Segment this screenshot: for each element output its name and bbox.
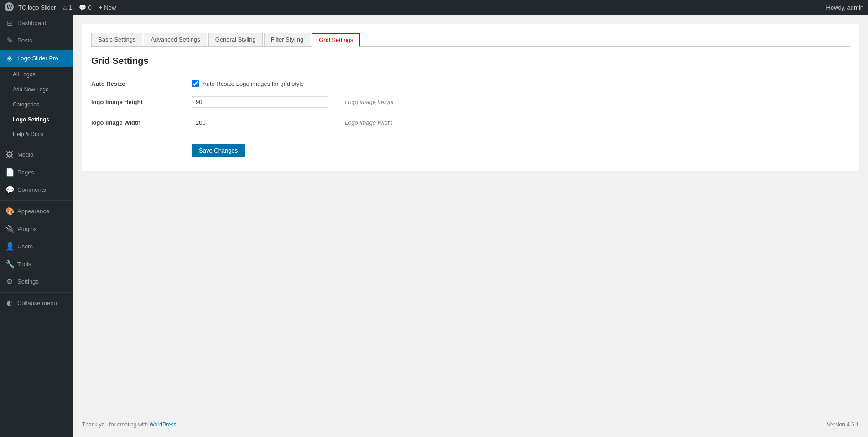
sidebar-item-dashboard[interactable]: ⊞ Dashboard xyxy=(0,15,73,32)
tab-advanced-settings[interactable]: Advanced Settings xyxy=(144,33,207,46)
menu-divider-2 xyxy=(0,200,73,201)
sidebar-label-posts: Posts xyxy=(17,37,32,45)
sidebar-item-categories[interactable]: Categories xyxy=(0,97,73,112)
admin-bar: W TC logo Slider ⌂ 1 💬 0 + New Howdy, ad… xyxy=(0,0,868,15)
logo-image-width-hint: Logo image Width xyxy=(338,112,850,133)
sidebar: ⊞ Dashboard ✎ Posts ◈ Logo Slider Pro Al… xyxy=(0,15,73,437)
sidebar-item-plugins[interactable]: 🔌 Plugins xyxy=(0,221,73,238)
tab-basic-settings[interactable]: Basic Settings xyxy=(91,33,142,46)
sidebar-item-users[interactable]: 👤 Users xyxy=(0,238,73,255)
sidebar-label-logo-settings: Logo Settings xyxy=(13,116,49,124)
sidebar-label-pages: Pages xyxy=(17,168,34,177)
media-icon: 🖼 xyxy=(5,150,14,160)
sidebar-label-add-new-logo: Add New Logo xyxy=(13,86,49,94)
sidebar-item-posts[interactable]: ✎ Posts xyxy=(0,32,73,49)
footer-text: Thank you for creating with xyxy=(82,421,148,428)
sidebar-item-tools[interactable]: 🔧 Tools xyxy=(0,256,73,273)
sidebar-item-add-new-logo[interactable]: Add New Logo xyxy=(0,82,73,97)
sidebar-item-help-docs[interactable]: Help & Docs xyxy=(0,127,73,142)
sidebar-item-all-logos[interactable]: All Logos xyxy=(0,67,73,82)
sidebar-item-appearance[interactable]: 🎨 Appearance xyxy=(0,203,73,220)
sidebar-label-categories: Categories xyxy=(13,101,39,109)
logo-image-width-input[interactable] xyxy=(192,117,328,128)
auto-resize-row: Auto Resize Auto Resize Logo images for … xyxy=(91,75,850,92)
collapse-icon: ◐ xyxy=(5,298,14,308)
logo-image-width-label: logo Image Width xyxy=(91,112,192,133)
save-row: Save Changes xyxy=(91,133,850,162)
sidebar-item-comments[interactable]: 💬 Comments xyxy=(0,181,73,199)
main-content: Basic Settings Advanced Settings General… xyxy=(82,24,859,171)
tab-grid-settings[interactable]: Grid Settings xyxy=(312,33,360,47)
sidebar-label-collapse: Collapse menu xyxy=(17,299,57,307)
menu-divider-1 xyxy=(0,144,73,144)
appearance-icon: 🎨 xyxy=(5,206,14,216)
logo-image-height-input-cell xyxy=(192,92,338,112)
logo-image-height-row: logo Image Height Logo image height xyxy=(91,92,850,112)
auto-resize-checkbox-row: Auto Resize Logo images for grid style xyxy=(192,80,338,87)
menu-divider-3 xyxy=(0,292,73,293)
comments-sidebar-icon: 💬 xyxy=(5,185,14,195)
page-footer: Thank you for creating with WordPress Ve… xyxy=(73,412,868,437)
tools-icon: 🔧 xyxy=(5,259,14,269)
sidebar-label-comments: Comments xyxy=(17,186,46,194)
svg-text:W: W xyxy=(7,4,12,11)
sidebar-label-settings: Settings xyxy=(17,278,39,286)
auto-resize-checkbox[interactable] xyxy=(192,80,199,87)
logo-image-height-hint: Logo image height xyxy=(338,92,850,112)
logo-slider-icon: ◈ xyxy=(5,53,14,63)
dashboard-icon: ⊞ xyxy=(5,18,14,28)
comments-item[interactable]: 💬 0 xyxy=(79,4,91,11)
sidebar-item-settings[interactable]: ⚙ Settings xyxy=(0,273,73,290)
save-cell: Save Changes xyxy=(192,133,338,162)
sidebar-label-all-logos: All Logos xyxy=(13,71,35,79)
logo-image-height-input[interactable] xyxy=(192,96,328,108)
auto-resize-label: Auto Resize xyxy=(91,75,192,92)
sidebar-label-logo-slider-pro: Logo Slider Pro xyxy=(17,54,58,63)
admin-bar-items: TC logo Slider ⌂ 1 💬 0 + New xyxy=(18,4,826,11)
settings-form: Auto Resize Auto Resize Logo images for … xyxy=(91,75,850,162)
content-spacer xyxy=(73,171,868,412)
footer-version: Version 4.6.1 xyxy=(827,421,859,428)
users-icon: 👤 xyxy=(5,242,14,252)
tab-general-styling[interactable]: General Styling xyxy=(208,33,263,46)
sidebar-label-tools: Tools xyxy=(17,260,31,269)
sidebar-item-collapse[interactable]: ◐ Collapse menu xyxy=(0,295,73,312)
posts-icon: ✎ xyxy=(5,36,14,46)
content-area: Basic Settings Advanced Settings General… xyxy=(73,15,868,437)
logo-image-height-label: logo Image Height xyxy=(91,92,192,112)
sidebar-label-users: Users xyxy=(17,242,33,251)
tab-filter-styling[interactable]: Filter Styling xyxy=(264,33,311,46)
save-button[interactable]: Save Changes xyxy=(192,144,245,157)
footer-wp-link[interactable]: WordPress xyxy=(149,421,176,428)
updates-item[interactable]: ⌂ 1 xyxy=(63,4,72,11)
sidebar-item-pages[interactable]: 📄 Pages xyxy=(0,164,73,181)
sidebar-label-plugins: Plugins xyxy=(17,225,37,233)
auto-resize-hint xyxy=(338,75,850,92)
sidebar-label-media: Media xyxy=(17,151,33,159)
auto-resize-input-cell: Auto Resize Logo images for grid style xyxy=(192,75,338,92)
sidebar-label-dashboard: Dashboard xyxy=(17,19,47,27)
logo-image-width-input-cell xyxy=(192,112,338,133)
save-spacer xyxy=(91,133,192,162)
wp-logo-icon: W xyxy=(5,2,14,13)
sidebar-item-logo-slider-pro[interactable]: ◈ Logo Slider Pro xyxy=(0,50,73,67)
auto-resize-checkbox-label: Auto Resize Logo images for grid style xyxy=(203,80,304,87)
logo-image-width-row: logo Image Width Logo image Width xyxy=(91,112,850,133)
pages-icon: 📄 xyxy=(5,168,14,178)
page-title: Grid Settings xyxy=(91,56,850,66)
settings-icon: ⚙ xyxy=(5,277,14,287)
nav-tabs: Basic Settings Advanced Settings General… xyxy=(91,33,850,47)
site-name[interactable]: TC logo Slider xyxy=(18,4,56,11)
sidebar-item-media[interactable]: 🖼 Media xyxy=(0,146,73,163)
new-item[interactable]: + New xyxy=(99,4,116,11)
sidebar-label-help-docs: Help & Docs xyxy=(13,131,43,138)
sidebar-label-appearance: Appearance xyxy=(17,207,49,216)
sidebar-item-logo-settings[interactable]: Logo Settings xyxy=(0,112,73,127)
plugins-icon: 🔌 xyxy=(5,224,14,234)
user-greeting: Howdy, admin xyxy=(826,4,863,11)
